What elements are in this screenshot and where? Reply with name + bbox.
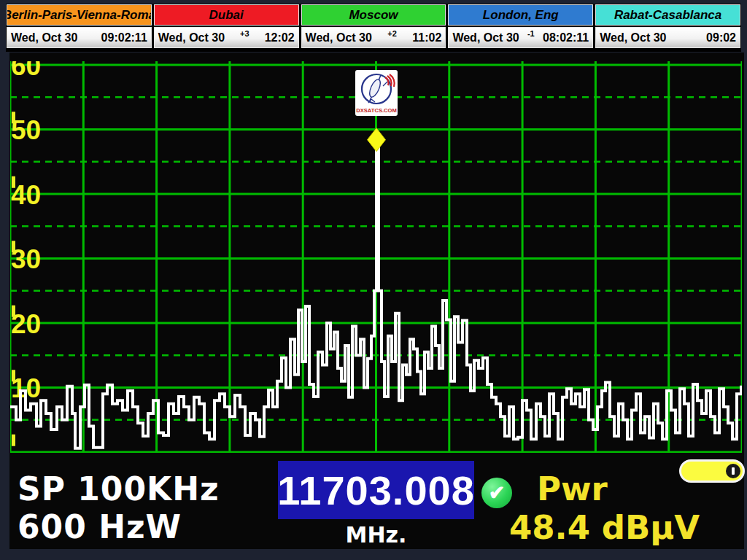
clock-city-label: Rabat-Casablanca	[595, 4, 740, 26]
clock-time: 11:02	[412, 31, 441, 44]
clock-cell-london: London, Eng Wed, Oct 30 -1 08:02:11	[448, 4, 593, 51]
clock-time-row: Wed, Oct 30 -1 08:02:11	[448, 27, 593, 48]
clock-cell-rabat: Rabat-Casablanca Wed, Oct 30 09:02	[595, 4, 740, 51]
clock-time: 08:02:11	[543, 31, 589, 44]
clock-city-label: Berlin-Paris-Vienna-Roma	[7, 4, 152, 26]
clock-time-row: Wed, Oct 30 09:02	[595, 27, 740, 48]
frequency-unit-label: MHz.	[278, 522, 474, 548]
clock-time-row: Wed, Oct 30 +2 11:02	[301, 27, 446, 48]
clock-time: 09:02:11	[101, 31, 147, 44]
clock-date: Wed, Oct 30	[158, 31, 225, 44]
clock-utc-offset: -1	[527, 29, 535, 38]
clock-date: Wed, Oct 30	[11, 31, 77, 44]
power-value: 48.4 dBµV	[509, 508, 700, 547]
world-clock-bar: Berlin-Paris-Vienna-Roma Wed, Oct 30 09:…	[6, 4, 741, 52]
span-bandwidth-readout: SP 100KHz 600 HzW	[18, 470, 220, 546]
speaker-icon	[726, 464, 740, 478]
lock-ok-icon: ✔	[481, 478, 512, 508]
frequency-display[interactable]: 11703.008	[278, 461, 474, 519]
clock-cell-berlin: Berlin-Paris-Vienna-Roma Wed, Oct 30 09:…	[7, 4, 152, 51]
clock-time-row: Wed, Oct 30 +3 12:02	[154, 27, 299, 48]
clock-utc-offset: +2	[387, 29, 397, 38]
clock-date: Wed, Oct 30	[600, 31, 666, 44]
clock-city-label: Moscow	[301, 4, 446, 26]
svg-text:DXSATCS.COM: DXSATCS.COM	[356, 107, 397, 114]
clock-time: 12:02	[265, 31, 295, 44]
frequency-value: 11703.008	[277, 467, 475, 514]
clock-utc-offset: +3	[240, 29, 249, 38]
clock-cell-moscow: Moscow Wed, Oct 30 +2 11:02	[301, 4, 446, 51]
checkmark-glyph: ✔	[489, 481, 506, 505]
clock-city-label: Dubai	[154, 4, 299, 26]
span-value: SP 100KHz	[18, 470, 220, 508]
clock-date: Wed, Oct 30	[306, 31, 372, 44]
dxsatcs-logo: DXSATCS.COM	[355, 70, 398, 116]
power-label: Pwr	[537, 470, 608, 508]
clock-time-row: Wed, Oct 30 09:02:11	[7, 27, 152, 48]
bandwidth-value: 600 HzW	[18, 508, 220, 546]
clock-date: Wed, Oct 30	[452, 31, 519, 44]
clock-cell-dubai: Dubai Wed, Oct 30 +3 12:02	[154, 4, 299, 51]
volume-slider[interactable]	[679, 459, 745, 483]
clock-city-label: London, Eng	[448, 4, 593, 26]
satellite-dish-icon: DXSATCS.COM	[355, 70, 398, 116]
clock-time: 09:02	[706, 31, 736, 44]
